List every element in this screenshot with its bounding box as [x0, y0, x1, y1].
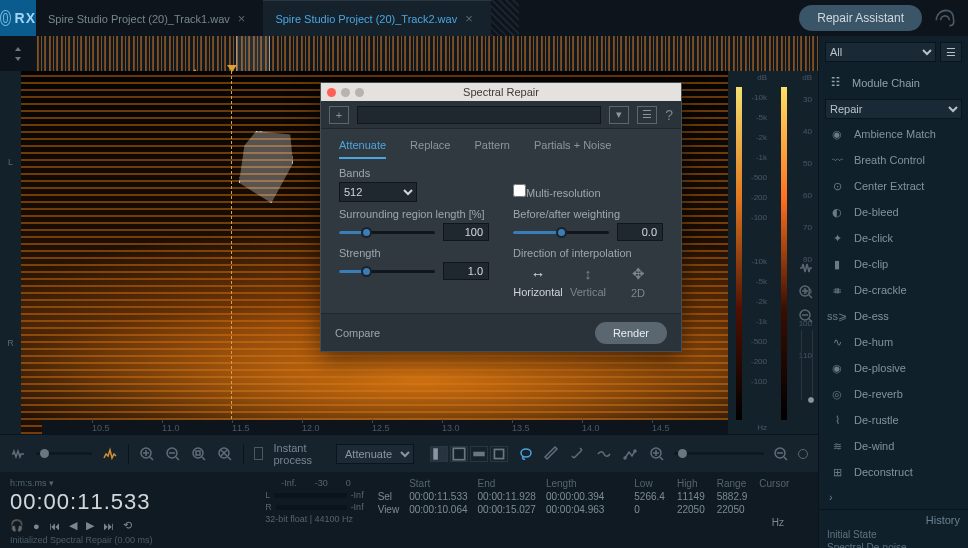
- grab-tool-icon[interactable]: [596, 445, 612, 463]
- sel-rect[interactable]: [490, 446, 508, 462]
- compare-button[interactable]: Compare: [335, 327, 380, 339]
- add-preset-icon[interactable]: +: [329, 106, 349, 124]
- dir-vertical[interactable]: ↕Vertical: [563, 265, 613, 299]
- module-icon: ◐: [829, 204, 845, 220]
- zoom-out-icon[interactable]: [165, 445, 181, 463]
- zoom-out-icon[interactable]: [772, 445, 790, 463]
- skip-back-icon[interactable]: ⏮: [49, 520, 60, 532]
- zoom-in-icon[interactable]: [139, 445, 155, 463]
- play-icon[interactable]: ▶: [86, 519, 94, 532]
- wand-tool-icon[interactable]: [570, 445, 586, 463]
- preset-list-icon[interactable]: ☰: [637, 106, 657, 124]
- multires-checkbox[interactable]: Multi-resolution: [513, 184, 663, 199]
- sel-time[interactable]: [430, 446, 448, 462]
- beforeafter-value[interactable]: 0.0: [617, 223, 663, 241]
- line-tool-icon[interactable]: [622, 445, 638, 463]
- preset-select[interactable]: [357, 106, 601, 124]
- dir-2d[interactable]: ✥2D: [613, 265, 663, 299]
- module-menu-icon[interactable]: ☰: [940, 42, 962, 62]
- zoom-fit-icon[interactable]: [217, 445, 233, 463]
- module-de-hum[interactable]: ∿De-hum: [819, 329, 968, 355]
- channel-labels: LR: [0, 71, 21, 434]
- tab-file-1[interactable]: Spire Studio Project (20)_Track1.wav ×: [36, 0, 263, 36]
- zoom-in-icon[interactable]: [798, 284, 814, 300]
- module-de-plosive[interactable]: ◉De-plosive: [819, 355, 968, 381]
- instant-process-label: Instant process: [273, 442, 326, 466]
- surround-value[interactable]: 100: [443, 223, 489, 241]
- history-item[interactable]: Spectral De-noise: [819, 541, 968, 548]
- bands-select[interactable]: 512: [339, 182, 417, 202]
- module-filter-select[interactable]: All: [825, 42, 936, 62]
- dialog-titlebar[interactable]: Spectral Repair: [321, 83, 681, 101]
- zoom-selection-icon[interactable]: [191, 445, 207, 463]
- module-de-wind[interactable]: ≋De-wind: [819, 433, 968, 459]
- module-de-bleed[interactable]: ◐De-bleed: [819, 199, 968, 225]
- time-ruler[interactable]: 10.5 11.0 11.5 12.0 12.5 13.0 13.5 14.0 …: [42, 420, 818, 434]
- module-de-crackle[interactable]: ⩩De-crackle: [819, 277, 968, 303]
- module-de-ess[interactable]: ss⩾De-ess: [819, 303, 968, 329]
- zoom-out-icon[interactable]: [798, 308, 814, 324]
- module-de-click[interactable]: ✦De-click: [819, 225, 968, 251]
- record-icon[interactable]: ●: [33, 520, 40, 532]
- window-controls[interactable]: [327, 88, 364, 97]
- surround-slider[interactable]: [339, 231, 435, 234]
- history-item[interactable]: Initial State: [819, 528, 968, 541]
- module-center-extract[interactable]: ⊙Center Extract: [819, 173, 968, 199]
- brush-tool-icon[interactable]: [544, 445, 560, 463]
- module-deconstruct[interactable]: ⊞Deconstruct: [819, 459, 968, 485]
- beforeafter-slider[interactable]: [513, 231, 609, 234]
- skip-fwd-icon[interactable]: ⏭: [103, 520, 114, 532]
- close-icon[interactable]: ×: [238, 11, 246, 26]
- tab-partials[interactable]: Partials + Noise: [534, 139, 611, 159]
- spectral-selection[interactable]: [239, 131, 293, 203]
- waveform-tool-icon[interactable]: [10, 445, 26, 463]
- module-breath-control[interactable]: 〰Breath Control: [819, 147, 968, 173]
- loop-icon[interactable]: ⟲: [123, 519, 132, 532]
- tab-file-2[interactable]: Spire Studio Project (20)_Track2.wav ×: [263, 0, 490, 36]
- strength-slider[interactable]: [339, 270, 435, 273]
- more-modules-icon[interactable]: ›: [819, 485, 968, 509]
- zoom-in-icon[interactable]: [648, 445, 666, 463]
- horizontal-zoom-slider[interactable]: [36, 452, 92, 455]
- module-de-reverb[interactable]: ◎De-reverb: [819, 381, 968, 407]
- lasso-tool-icon[interactable]: [518, 445, 534, 463]
- close-icon[interactable]: ×: [465, 11, 473, 26]
- vertical-zoom-slider[interactable]: [801, 330, 813, 400]
- vertical-expand-icon[interactable]: [0, 36, 36, 71]
- help-icon[interactable]: ?: [665, 107, 673, 123]
- tab-pattern[interactable]: Pattern: [474, 139, 509, 159]
- spectrogram-tool-icon[interactable]: [102, 445, 118, 463]
- title-bar: RX Spire Studio Project (20)_Track1.wav …: [0, 0, 968, 36]
- module-chain-row[interactable]: Module Chain: [819, 68, 968, 97]
- module-de-rustle[interactable]: ⌇De-rustle: [819, 407, 968, 433]
- module-ambience-match[interactable]: ◉Ambience Match: [819, 121, 968, 147]
- sel-freq[interactable]: [470, 446, 488, 462]
- close-dot[interactable]: [327, 88, 336, 97]
- module-category-select[interactable]: Repair: [825, 99, 962, 119]
- chevron-down-icon[interactable]: ▾: [609, 106, 629, 124]
- render-button[interactable]: Render: [595, 322, 667, 344]
- rewind-icon[interactable]: ◀: [69, 519, 77, 532]
- headphones-icon[interactable]: 🎧: [10, 519, 24, 532]
- listen-icon[interactable]: [932, 5, 958, 31]
- vertical-zoom-thumb[interactable]: [807, 396, 815, 404]
- process-select[interactable]: Attenuate: [336, 444, 414, 464]
- module-icon: 〰: [829, 152, 845, 168]
- beforeafter-label: Before/after weighting: [513, 208, 663, 220]
- tab-replace[interactable]: Replace: [410, 139, 450, 159]
- min-dot[interactable]: [341, 88, 350, 97]
- instant-process-checkbox[interactable]: [254, 447, 264, 460]
- sel-timefreq[interactable]: [450, 446, 468, 462]
- module-de-clip[interactable]: ▮De-clip: [819, 251, 968, 277]
- waveform-view-icon[interactable]: [798, 260, 814, 276]
- zoom-reset-icon[interactable]: [798, 449, 808, 459]
- repair-assistant-button[interactable]: Repair Assistant: [799, 5, 922, 31]
- amplitude-zoom-slider[interactable]: [674, 452, 764, 455]
- tab-attenuate[interactable]: Attenuate: [339, 139, 386, 159]
- time-format-label[interactable]: h:m:s.ms ▾: [10, 478, 251, 488]
- strength-value[interactable]: 1.0: [443, 262, 489, 280]
- playhead[interactable]: [231, 71, 232, 434]
- max-dot[interactable]: [355, 88, 364, 97]
- dir-horizontal[interactable]: ↔Horizontal: [513, 265, 563, 299]
- view-region[interactable]: [236, 36, 270, 71]
